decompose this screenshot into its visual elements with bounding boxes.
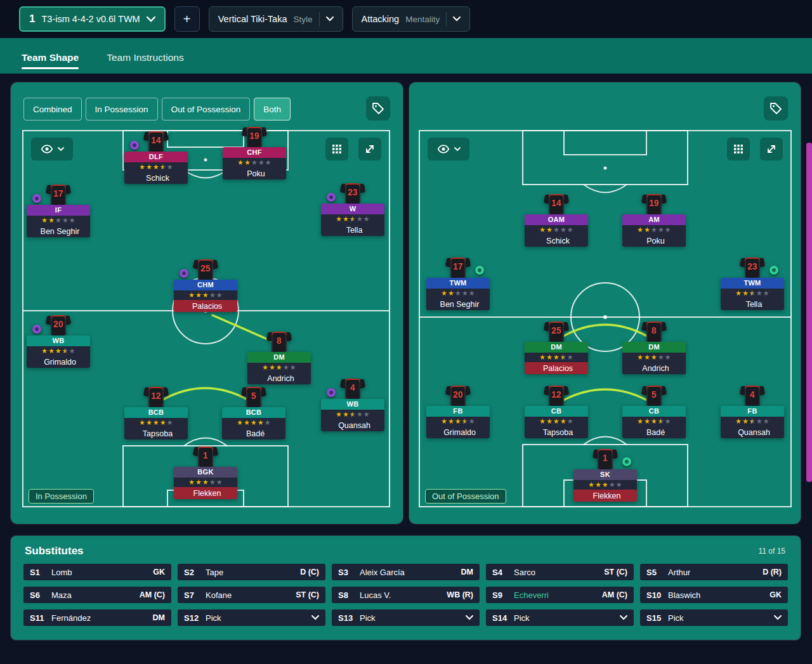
substitute-pick-dropdown[interactable]: S15Pick: [640, 609, 788, 626]
grid-view-button[interactable]: [325, 138, 348, 160]
star-icon: ★: [616, 481, 622, 488]
substitute-slot[interactable]: S10BlaswichGK: [640, 587, 788, 603]
player-card[interactable]: 12BCB★★★★★Tapsoba: [123, 386, 189, 439]
chevron-down-icon: [620, 615, 627, 620]
player-card[interactable]: 23TWM★★★★★Tella: [719, 257, 785, 310]
substitute-name: Blaswich: [668, 590, 700, 600]
tactic-number: 1: [29, 13, 35, 25]
star-icon: ★: [146, 164, 152, 171]
view-options-dropdown[interactable]: [31, 138, 73, 160]
player-name: Grimaldo: [443, 428, 476, 437]
chevron-down-icon: [454, 147, 461, 152]
star-icon: ★: [546, 354, 553, 361]
player-card[interactable]: 23W★★★★★Tella: [320, 183, 386, 236]
player-card[interactable]: 19CHF★★★★★Poku: [221, 126, 287, 179]
tactic-dropdown[interactable]: 1 T3-ism 4-4-2 v0.6l TWM: [19, 6, 166, 32]
chevron-down-icon: [58, 147, 64, 152]
fullscreen-button[interactable]: [358, 138, 381, 160]
view-options-dropdown[interactable]: [428, 138, 469, 160]
star-icon: ★: [749, 290, 756, 297]
player-card[interactable]: 1SK★★★★★Flekken: [572, 448, 638, 502]
player-card[interactable]: 14DLF★★★★★Schick: [123, 131, 189, 184]
substitute-pick-dropdown[interactable]: S13Pick: [332, 609, 480, 626]
role-badge: DM: [247, 352, 311, 363]
add-tactic-button[interactable]: +: [174, 6, 200, 32]
tag-icon-button[interactable]: [764, 96, 788, 120]
star-rating: ★★★★★: [321, 214, 384, 224]
substitute-name: Arthur: [668, 568, 690, 577]
shirt-number: 5: [241, 391, 266, 401]
player-card[interactable]: 17TWM★★★★★Ben Seghir: [425, 257, 491, 310]
substitute-slot[interactable]: S1LombGK: [23, 564, 171, 580]
substitute-slot[interactable]: S4SarcoST (C): [486, 564, 634, 580]
star-rating: ★★★★★: [124, 418, 188, 427]
substitute-slot[interactable]: S11FernándezDM: [23, 609, 171, 626]
shirt-number: 17: [445, 261, 471, 271]
player-shirt: 5: [221, 386, 287, 407]
role-badge: CB: [525, 406, 588, 417]
substitute-pick-dropdown[interactable]: S14Pick: [486, 609, 634, 626]
player-card[interactable]: 20FB★★★★★Grimaldo: [425, 385, 491, 438]
substitute-slot[interactable]: S7KofaneST (C): [178, 587, 325, 603]
player-name-bar: Schick: [525, 235, 588, 247]
tab-team-shape[interactable]: Team Shape: [22, 52, 79, 74]
filter-both[interactable]: Both: [254, 98, 291, 120]
player-card[interactable]: 19AM★★★★★Poku: [621, 193, 687, 247]
substitute-slot-number: S9: [492, 590, 511, 600]
player-card[interactable]: 8DM★★★★★Andrich: [246, 331, 312, 384]
filter-in-possession[interactable]: In Possession: [86, 98, 158, 120]
player-card[interactable]: 20WB★★★★★Grimaldo: [25, 315, 91, 368]
player-card[interactable]: 8DM★★★★★Andrich: [621, 321, 687, 374]
player-card[interactable]: 1BGK★★★★★Flekken: [173, 446, 239, 499]
substitute-slot[interactable]: S8Lucas V.WB (R): [332, 587, 480, 603]
player-card[interactable]: 5BCB★★★★★Badé: [221, 386, 287, 439]
star-icon: ★: [448, 418, 454, 425]
shirt-number: 14: [544, 198, 569, 208]
substitute-slot[interactable]: S6MazaAM (C): [23, 587, 171, 603]
player-card[interactable]: 12CB★★★★★Tapsoba: [523, 385, 589, 438]
scrollbar[interactable]: [806, 143, 812, 482]
tab-team-instructions[interactable]: Team Instructions: [107, 52, 183, 74]
star-icon: ★: [553, 354, 560, 361]
style-dropdown[interactable]: Vertical Tiki-Taka Style: [209, 6, 343, 32]
grid-view-button[interactable]: [727, 138, 750, 160]
player-name-bar: Andrich: [622, 362, 686, 374]
player-name-bar: Quansah: [721, 426, 784, 438]
star-icon: ★: [69, 217, 75, 224]
shirt-icon: 17: [46, 184, 71, 205]
player-card[interactable]: 14OAM★★★★★Schick: [523, 193, 589, 247]
mentality-dropdown[interactable]: Attacking Mentality: [352, 6, 471, 32]
player-card[interactable]: 4FB★★★★★Quansah: [719, 385, 785, 438]
player-card[interactable]: 25CHM★★★★★Palacios: [173, 259, 239, 312]
player-name-bar: Tella: [721, 298, 784, 310]
star-icon: ★: [658, 418, 664, 425]
substitute-position: GK: [769, 590, 782, 599]
player-name-bar: Schick: [124, 172, 188, 184]
fullscreen-button[interactable]: [760, 138, 783, 160]
substitute-slot[interactable]: S2TapeD (C): [178, 564, 325, 580]
substitute-position: WB (R): [447, 590, 473, 599]
role-badge: BCB: [222, 407, 285, 418]
player-shirt: 20: [425, 385, 491, 406]
star-icon: ★: [567, 354, 573, 361]
tag-icon-button[interactable]: [366, 96, 390, 120]
substitute-pick-dropdown[interactable]: S12Pick: [178, 609, 325, 626]
substitute-slot[interactable]: S3Aleix GarcíaDM: [332, 564, 480, 580]
player-shirt: 8: [246, 331, 312, 352]
possession-phase-label: In Possession: [29, 489, 94, 504]
player-card[interactable]: 17IF★★★★★Ben Seghir: [25, 184, 91, 237]
tactic-name: T3-ism 4-4-2 v0.6l TWM: [41, 14, 140, 24]
substitute-position: DM: [153, 613, 165, 622]
star-icon: ★: [262, 364, 268, 371]
filter-combined[interactable]: Combined: [23, 98, 82, 120]
substitute-slot[interactable]: S5ArthurD (R): [640, 564, 788, 580]
player-card[interactable]: 25DM★★★★★Palacios: [523, 321, 589, 374]
filter-out-of-possession[interactable]: Out of Possession: [162, 98, 251, 120]
substitute-slot[interactable]: S9EcheverriAM (C): [486, 587, 634, 603]
star-icon: ★: [469, 290, 475, 297]
player-card[interactable]: 4WB★★★★★Quansah: [320, 378, 386, 431]
player-card[interactable]: 5CB★★★★★Badé: [621, 385, 687, 438]
star-rating: ★★★★★: [622, 225, 686, 235]
star-icon: ★: [283, 364, 289, 371]
chevron-down-icon: [774, 615, 782, 620]
